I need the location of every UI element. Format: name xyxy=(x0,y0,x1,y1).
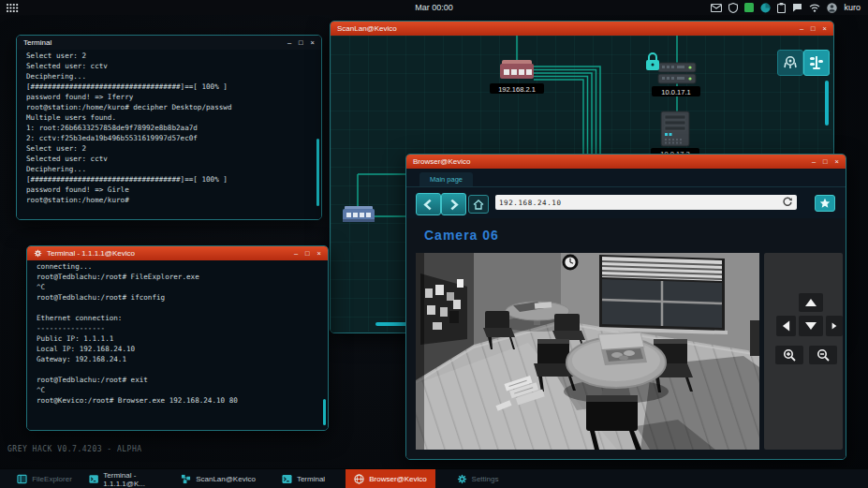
minimize-button[interactable]: – xyxy=(287,39,291,47)
browser-page: Camera 06 xyxy=(406,218,846,460)
zoom-in-button[interactable] xyxy=(775,346,803,364)
network-node-switch[interactable] xyxy=(343,206,375,222)
terminal-line: password found! => Iferry xyxy=(26,92,312,102)
taskbar-item-label: FileExplorer xyxy=(32,475,72,483)
arrow-down-icon xyxy=(804,321,817,331)
home-icon xyxy=(473,200,484,210)
top-status-bar: Mar 00:00 xyxy=(0,0,868,15)
pie-chart-icon[interactable] xyxy=(760,3,771,13)
mail-icon[interactable] xyxy=(711,4,722,12)
terminal-line: Multiple users found. xyxy=(26,112,312,123)
layout-tree-button[interactable] xyxy=(803,50,830,76)
terminal-line xyxy=(37,303,318,313)
forward-button[interactable] xyxy=(441,193,466,215)
window-title: Terminal xyxy=(23,38,51,47)
taskbar-item-fileexplorer[interactable]: FileExplorer xyxy=(0,469,89,488)
username-label[interactable]: kuro xyxy=(844,3,861,12)
star-icon xyxy=(819,198,831,209)
arrow-left-icon xyxy=(782,319,790,333)
terminal-line: ^C xyxy=(37,385,318,395)
wifi-icon[interactable] xyxy=(809,4,820,12)
browser-toolbar: Main page xyxy=(406,169,846,218)
network-map-icon xyxy=(181,474,191,484)
terminal-line: 1: root:26b6633257858de9f78992e8b8b2aa7d xyxy=(26,123,312,133)
taskbar-item-label: Terminal - 1.1.1.1@K... xyxy=(103,471,175,488)
titlebar-browser[interactable]: Browser@Kevico – □ × xyxy=(406,155,846,169)
terminal-line: Ethernet connection: xyxy=(37,313,318,323)
minimize-button[interactable]: – xyxy=(800,25,803,33)
back-button[interactable] xyxy=(416,193,441,215)
scan-tool-button[interactable] xyxy=(777,50,803,76)
node-ip-label: 10.0.17.1 xyxy=(661,88,690,96)
terminal-output-remote[interactable]: connecting... root@Tedblachu:/root# File… xyxy=(27,260,328,430)
chevron-right-icon xyxy=(448,199,460,211)
taskbar-item-label: Browser@Kevico xyxy=(369,475,426,483)
camera-control-panel xyxy=(764,253,843,450)
close-button[interactable]: × xyxy=(835,158,839,166)
taskbar-item-settings[interactable]: Settings xyxy=(435,469,520,488)
terminal-scrollbar[interactable] xyxy=(316,139,319,206)
taskbar-item-label: ScanLan@Kevico xyxy=(196,475,256,483)
terminal-line: root@Kevico:/root# Browser.exe 192.168.2… xyxy=(37,395,318,406)
pizza-box xyxy=(598,333,647,365)
address-bar[interactable] xyxy=(495,195,797,210)
taskbar-item-label: Terminal xyxy=(297,475,325,483)
chat-icon[interactable] xyxy=(792,3,802,12)
terminal-line: ---------------- xyxy=(37,323,318,333)
minimize-button[interactable]: – xyxy=(812,158,816,166)
clipboard-icon[interactable] xyxy=(777,3,786,13)
home-button[interactable] xyxy=(468,195,489,214)
globe-icon xyxy=(354,474,364,484)
reload-icon[interactable] xyxy=(782,197,793,208)
window-title: Browser@Kevico xyxy=(413,157,470,166)
taskbar-item-terminal-remote[interactable]: Terminal - 1.1.1.1@K... xyxy=(89,469,175,488)
window-title: Terminal - 1.1.1.1@Kevico xyxy=(47,249,135,258)
bookmark-button[interactable] xyxy=(815,195,835,212)
maximize-button[interactable]: □ xyxy=(811,25,816,33)
pan-down-button[interactable] xyxy=(799,316,823,336)
user-avatar[interactable] xyxy=(827,3,837,13)
tree-layout-icon xyxy=(808,54,825,71)
pan-right-button[interactable] xyxy=(826,316,843,336)
maximize-button[interactable]: □ xyxy=(823,158,828,166)
green-app-icon[interactable] xyxy=(744,3,754,12)
terminal-scrollbar[interactable] xyxy=(323,399,326,425)
terminal-output-local[interactable]: Select user: 2 Selected user: cctv Decip… xyxy=(17,50,321,219)
terminal-line: root@Tedblachu:/root# exit xyxy=(37,375,318,385)
terminal-line: Public IP: 1.1.1.1 xyxy=(37,333,318,344)
map-vertical-scrollbar[interactable] xyxy=(825,81,829,126)
titlebar-terminal-remote[interactable]: Terminal - 1.1.1.1@Kevico – □ × xyxy=(27,246,328,260)
taskbar-item-terminal-local[interactable]: Terminal xyxy=(261,469,346,488)
pan-left-button[interactable] xyxy=(776,316,796,336)
titlebar-scanlan[interactable]: ScanLan@Kevico – □ × xyxy=(331,22,833,36)
pan-up-button[interactable] xyxy=(799,293,823,312)
chevron-left-icon xyxy=(422,199,434,211)
browser-tab-main-page[interactable]: Main page xyxy=(419,172,473,186)
window-terminal-remote: Terminal - 1.1.1.1@Kevico – □ × connecti… xyxy=(26,245,329,431)
fileexplorer-icon xyxy=(17,474,27,484)
arrow-right-icon xyxy=(831,319,837,333)
close-button[interactable]: × xyxy=(311,39,315,47)
zoom-in-icon xyxy=(783,348,796,362)
terminal-line: Selected user: cctv xyxy=(26,61,312,71)
node-ip-label: 192.168.2.1 xyxy=(498,85,536,94)
window-title: ScanLan@Kevico xyxy=(337,24,397,33)
taskbar-item-scanlan[interactable]: ScanLan@Kevico xyxy=(175,469,261,488)
maximize-button[interactable]: □ xyxy=(305,250,310,258)
terminal-line: Deciphering... xyxy=(26,71,312,81)
terminal-line: 2: cctv:f25b3eda19b496b5531619997d57ec0f xyxy=(26,133,312,143)
url-input[interactable] xyxy=(495,199,782,207)
close-button[interactable]: × xyxy=(317,250,321,258)
close-button[interactable]: × xyxy=(823,25,827,33)
desktop: FileExplorer Terminal Map Gift.txt passw… xyxy=(0,0,868,488)
minimize-button[interactable]: – xyxy=(294,250,298,258)
titlebar-terminal-local[interactable]: Terminal – □ × xyxy=(17,36,321,50)
maximize-button[interactable]: □ xyxy=(299,39,303,47)
zoom-out-button[interactable] xyxy=(809,346,837,364)
game-version-label: GREY HACK V0.7.4203 - ALPHA xyxy=(7,445,142,453)
shield-icon[interactable] xyxy=(728,3,738,13)
gear-icon xyxy=(457,474,467,484)
taskbar-item-browser[interactable]: Browser@Kevico xyxy=(346,469,435,488)
window-browser: Browser@Kevico – □ × Main page xyxy=(405,154,846,460)
terminal-line: root@Tedblachu:/root# FileExplorer.exe xyxy=(37,272,318,282)
